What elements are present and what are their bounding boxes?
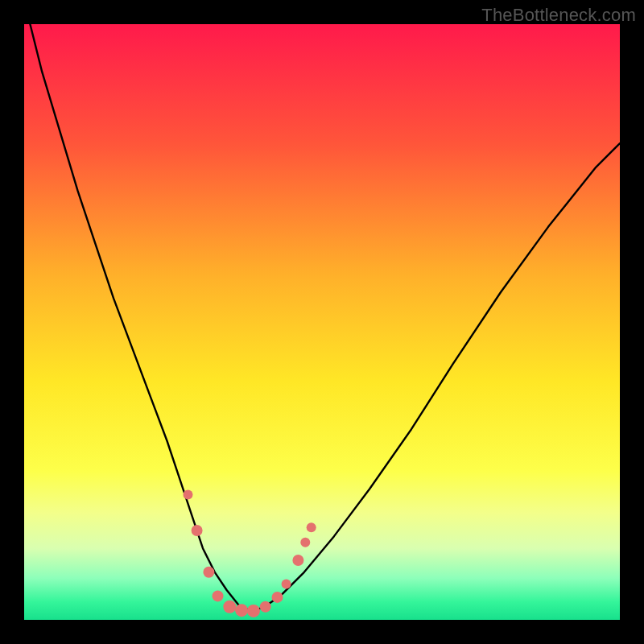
gradient-background: [24, 24, 620, 620]
marker-dot: [300, 538, 310, 547]
marker-dot: [203, 567, 214, 578]
marker-dot: [235, 604, 248, 617]
watermark-text: TheBottleneck.com: [481, 5, 636, 26]
chart-svg: [24, 24, 620, 620]
marker-dot: [292, 555, 303, 566]
marker-dot: [192, 525, 203, 536]
marker-dot: [307, 522, 316, 532]
plot-area: [24, 24, 620, 620]
marker-dot: [213, 590, 224, 601]
marker-dot: [282, 580, 291, 589]
marker-dot: [223, 601, 236, 613]
marker-dot: [184, 490, 193, 500]
marker-dot: [272, 592, 283, 603]
marker-dot: [247, 605, 260, 617]
chart-frame: TheBottleneck.com: [0, 0, 644, 644]
marker-dot: [260, 601, 271, 613]
